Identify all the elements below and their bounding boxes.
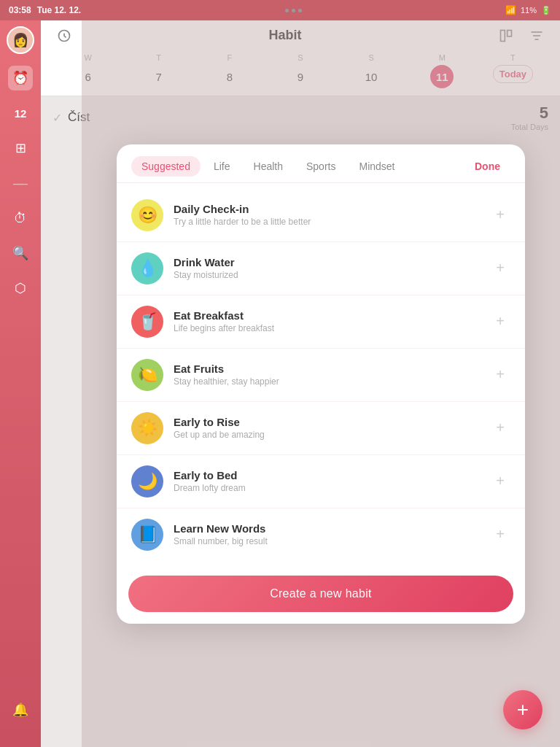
create-new-habit-button[interactable]: Create a new habit [128, 576, 513, 612]
sidebar-item-clock[interactable]: ⏰ [8, 66, 33, 90]
sidebar-item-calendar[interactable]: 12 [8, 101, 33, 125]
sidebar-item-bell[interactable]: 🔔 [8, 697, 33, 722]
habit-info-drink-water: Drink Water Stay moisturized [174, 256, 480, 280]
back-icon[interactable] [52, 28, 76, 43]
habit-list: 😊 Daily Check-in Try a little harder to … [117, 183, 525, 567]
habit-desc-eat-fruits: Stay healthier, stay happier [174, 376, 480, 387]
habit-icon-early-bed: 🌙 [131, 465, 163, 498]
three-dots [285, 9, 302, 12]
habit-item-daily-checkin: 😊 Daily Check-in Try a little harder to … [117, 189, 525, 242]
add-daily-checkin-button[interactable]: + [490, 205, 510, 225]
add-drink-water-button[interactable]: + [490, 258, 510, 279]
habit-info-daily-checkin: Daily Check-in Try a little harder to be… [174, 203, 480, 227]
habit-info-early-rise: Early to Rise Get up and be amazing [174, 416, 480, 440]
habit-item-early-bed: 🌙 Early to Bed Dream lofty dream + [117, 455, 525, 508]
habit-item-early-rise: ☀️ Early to Rise Get up and be amazing + [117, 402, 525, 455]
habit-info-learn-words: Learn New Words Small number, big result [174, 522, 480, 546]
tab-health[interactable]: Health [244, 156, 293, 177]
sidebar: 👩 ⏰ 12 ⊞ — ⏱ 🔍 ⬡ 🔔 [0, 0, 41, 747]
habit-item-eat-fruits: 🍋 Eat Fruits Stay healthier, stay happie… [117, 349, 525, 402]
battery-display: 11% [521, 6, 537, 15]
modal-overlay[interactable]: Suggested Life Health Sports Mindset Don… [82, 20, 560, 747]
sidebar-item-grid[interactable]: ⊞ [8, 136, 33, 160]
habit-icon-eat-breakfast: 🥤 [131, 306, 163, 338]
search-icon: 🔍 [12, 245, 28, 261]
date-display: Tue 12. 12. [37, 5, 81, 15]
habit-icon-eat-fruits: 🍋 [131, 359, 163, 391]
habit-item-drink-water: 💧 Drink Water Stay moisturized + [117, 242, 525, 295]
sidebar-item-divider: — [8, 171, 33, 196]
habit-name-daily-checkin: Daily Check-in [174, 203, 480, 215]
grid-icon: ⊞ [15, 140, 26, 156]
habit-name-early-bed: Early to Bed [174, 469, 480, 481]
tab-life[interactable]: Life [203, 156, 241, 177]
status-bar: 03:58 Tue 12. 12. 📶 11% 🔋 [0, 0, 560, 20]
habit-info-eat-fruits: Eat Fruits Stay healthier, stay happier [174, 363, 480, 387]
tab-sports[interactable]: Sports [296, 156, 346, 177]
timer-icon: ⏱ [14, 211, 27, 226]
badge-icon: ⬡ [15, 280, 26, 296]
habit-icon-drink-water: 💧 [131, 252, 163, 285]
checkmark-icon: ✓ [52, 111, 62, 125]
habit-desc-learn-words: Small number, big result [174, 536, 480, 546]
add-eat-breakfast-button[interactable]: + [490, 311, 510, 332]
habit-name-drink-water: Drink Water [174, 256, 480, 268]
sidebar-item-timer[interactable]: ⏱ [8, 206, 33, 231]
category-tabs: Suggested Life Health Sports Mindset Don… [117, 144, 525, 183]
add-early-bed-button[interactable]: + [490, 471, 510, 492]
habit-info-early-bed: Early to Bed Dream lofty dream [174, 469, 480, 493]
time-display: 03:58 [9, 5, 31, 15]
sidebar-item-badge[interactable]: ⬡ [8, 276, 33, 301]
modal: Suggested Life Health Sports Mindset Don… [117, 144, 525, 624]
add-eat-fruits-button[interactable]: + [490, 365, 510, 385]
habit-name-eat-breakfast: Eat Breakfast [174, 309, 480, 322]
habit-name-learn-words: Learn New Words [174, 522, 480, 535]
calendar-icon: 12 [15, 107, 27, 120]
status-indicators: 📶 11% 🔋 [505, 5, 551, 15]
habit-desc-daily-checkin: Try a little harder to be a little bette… [174, 217, 480, 227]
habit-item-learn-words: 📘 Learn New Words Small number, big resu… [117, 508, 525, 561]
tab-done[interactable]: Done [464, 156, 510, 177]
sidebar-bottom: 🔔 [8, 697, 33, 732]
clock-icon: ⏰ [12, 70, 28, 86]
sidebar-item-search[interactable]: 🔍 [8, 241, 33, 266]
habit-desc-early-rise: Get up and be amazing [174, 430, 480, 440]
fab-add-button[interactable]: + [503, 690, 542, 729]
add-early-rise-button[interactable]: + [490, 418, 510, 438]
tab-mindset[interactable]: Mindset [349, 156, 405, 177]
habit-item-eat-breakfast: 🥤 Eat Breakfast Life begins after breakf… [117, 295, 525, 349]
tab-suggested[interactable]: Suggested [131, 156, 201, 177]
habit-icon-learn-words: 📘 [131, 519, 163, 551]
battery-icon: 🔋 [541, 6, 551, 15]
bell-icon: 🔔 [12, 702, 28, 718]
avatar[interactable]: 👩 [7, 26, 34, 54]
main-content: Habit W 6 T [41, 20, 560, 747]
habit-icon-daily-checkin: 😊 [131, 199, 163, 231]
habit-name-eat-fruits: Eat Fruits [174, 363, 480, 375]
wifi-icon: 📶 [505, 5, 516, 15]
habit-icon-early-rise: ☀️ [131, 412, 163, 444]
habit-info-eat-breakfast: Eat Breakfast Life begins after breakfas… [174, 309, 480, 333]
habit-name-early-rise: Early to Rise [174, 416, 480, 428]
add-learn-words-button[interactable]: + [490, 525, 510, 545]
habit-desc-early-bed: Dream lofty dream [174, 483, 480, 493]
habit-desc-eat-breakfast: Life begins after breakfast [174, 323, 480, 333]
habit-desc-drink-water: Stay moisturized [174, 270, 480, 280]
